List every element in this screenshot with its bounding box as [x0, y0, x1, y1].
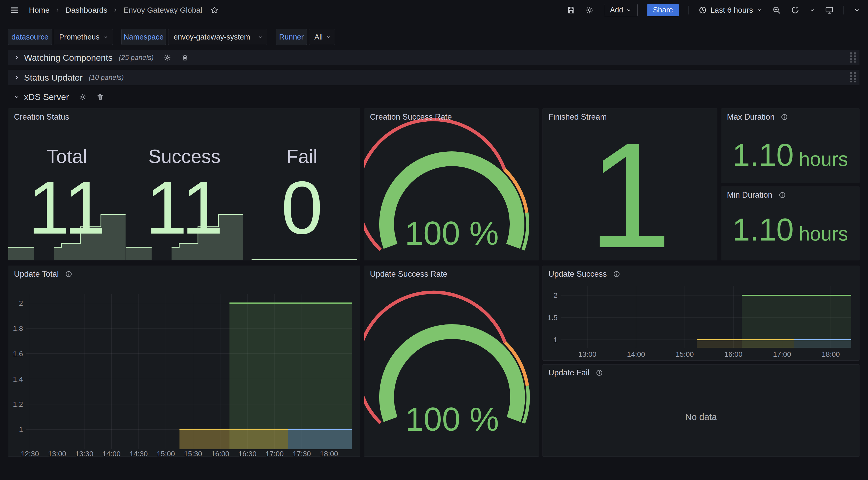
row-title: xDS Server	[24, 92, 69, 102]
svg-text:17:30: 17:30	[293, 450, 311, 456]
update-total-chart: 12:3013:0013:3014:0014:3015:0015:3016:00…	[8, 266, 360, 456]
svg-text:13:00: 13:00	[579, 350, 596, 358]
stat-value: 1.10	[733, 214, 794, 245]
refresh-icon[interactable]	[791, 6, 800, 14]
refresh-interval-chevron-icon[interactable]	[809, 7, 815, 13]
stat-unit: hours	[799, 222, 848, 245]
row-panel-count: (25 panels)	[119, 54, 154, 62]
panel-update-total[interactable]: Update Total 12:3013:0013:3014:0014:3015…	[8, 266, 361, 457]
row-delete-trash-icon[interactable]	[181, 54, 189, 61]
stat-value: 11	[8, 170, 126, 245]
stat-value: 11	[126, 170, 243, 245]
add-button-label: Add	[610, 6, 623, 14]
panel-title[interactable]: Update Fail	[549, 368, 590, 378]
var-value-text: envoy-gateway-system	[174, 33, 250, 41]
row-watching-components[interactable]: Watching Components (25 panels)	[8, 50, 860, 65]
panel-title[interactable]: Min Duration	[727, 190, 772, 200]
add-button[interactable]: Add	[604, 4, 638, 16]
stat-unit: hours	[799, 148, 848, 170]
star-icon[interactable]	[210, 6, 219, 14]
svg-text:1: 1	[19, 425, 23, 433]
breadcrumb-dashboards[interactable]: Dashboards	[66, 6, 107, 14]
no-data-message: No data	[543, 412, 859, 422]
svg-text:100 %: 100 %	[405, 215, 499, 251]
breadcrumb-current: Envoy Gateway Global	[123, 6, 202, 14]
var-label-namespace[interactable]: Namespace	[121, 29, 166, 45]
panel-title[interactable]: Finished Stream	[549, 112, 607, 122]
var-value-datasource[interactable]: Prometheus	[54, 29, 113, 45]
row-status-updater[interactable]: Status Updater (10 panels)	[8, 70, 860, 85]
stat-label: Success	[126, 147, 243, 166]
stat-value: 1.10	[733, 139, 794, 171]
collapse-nav-chevron-icon[interactable]	[854, 7, 860, 13]
time-range-label: Last 6 hours	[710, 6, 753, 14]
zoom-out-icon[interactable]	[772, 6, 781, 14]
svg-text:18:00: 18:00	[320, 450, 338, 456]
svg-text:1.4: 1.4	[13, 375, 23, 383]
divider	[688, 6, 689, 14]
panel-title[interactable]: Creation Success Rate	[370, 112, 452, 122]
var-value-runner[interactable]: All	[309, 29, 335, 45]
update-success-chart: 13:0014:0015:0016:0017:0018:0011.52	[543, 266, 859, 360]
share-button[interactable]: Share	[647, 4, 679, 16]
var-value-namespace[interactable]: envoy-gateway-system	[168, 29, 267, 45]
svg-text:15:30: 15:30	[184, 450, 202, 456]
panel-update-success-rate[interactable]: Update Success Rate 100 %	[364, 266, 539, 457]
top-nav: Home Dashboards Envoy Gateway Global	[0, 0, 868, 20]
var-label-datasource[interactable]: datasource	[8, 29, 52, 45]
panel-creation-status[interactable]: Creation Status Total 11 Success 11 Fail…	[8, 109, 361, 261]
info-icon[interactable]	[781, 113, 788, 121]
tv-kiosk-icon[interactable]	[825, 6, 834, 14]
panel-update-fail[interactable]: Update Fail No data	[542, 364, 860, 457]
row-delete-trash-icon[interactable]	[96, 93, 104, 101]
breadcrumb: Home Dashboards Envoy Gateway Global	[29, 6, 219, 14]
menu-icon[interactable]	[10, 5, 19, 15]
var-value-text: All	[314, 33, 323, 41]
panel-title[interactable]: Creation Status	[14, 112, 69, 122]
panel-creation-success-rate[interactable]: Creation Success Rate 100 %	[364, 109, 539, 261]
save-icon[interactable]	[567, 6, 576, 14]
panel-update-success[interactable]: Update Success 13:0014:0015:0016:0017:00…	[542, 266, 860, 361]
info-icon[interactable]	[65, 270, 72, 278]
svg-text:2: 2	[19, 299, 23, 307]
svg-text:16:30: 16:30	[239, 450, 256, 456]
time-range-picker[interactable]: Last 6 hours	[699, 6, 762, 14]
breadcrumb-home[interactable]: Home	[29, 6, 50, 14]
panel-title[interactable]: Update Success	[549, 269, 607, 279]
clock-icon	[699, 6, 707, 14]
info-icon[interactable]	[613, 270, 620, 278]
stat-label: Total	[8, 147, 126, 166]
panel-finished-stream[interactable]: Finished Stream 1	[542, 109, 717, 261]
stat-value-row: 1.10 hours	[721, 139, 859, 171]
info-icon[interactable]	[779, 191, 786, 199]
row-drag-handle[interactable]	[849, 71, 857, 84]
svg-text:13:30: 13:30	[75, 450, 93, 456]
chevron-down-icon	[757, 7, 762, 13]
panel-min-duration[interactable]: Min Duration 1.10 hours	[721, 186, 860, 261]
grafana-dashboard: Home Dashboards Envoy Gateway Global	[0, 0, 868, 480]
svg-text:17:00: 17:00	[266, 450, 284, 456]
svg-text:14:30: 14:30	[130, 450, 148, 456]
svg-text:18:00: 18:00	[822, 350, 840, 358]
var-label-runner[interactable]: Runner	[276, 29, 307, 45]
stat-value: 1	[543, 120, 717, 261]
svg-text:1: 1	[553, 336, 557, 344]
row-settings-gear-icon[interactable]	[79, 93, 87, 101]
chevron-down-icon	[326, 34, 331, 39]
row-drag-handle[interactable]	[849, 52, 857, 64]
panel-title[interactable]: Update Total	[14, 269, 59, 279]
stat-value-row: 1.10 hours	[721, 214, 859, 245]
panel-title[interactable]: Max Duration	[727, 112, 774, 122]
settings-gear-icon[interactable]	[585, 6, 594, 14]
row-xds-server[interactable]: xDS Server	[8, 89, 860, 104]
creation-success-rate-gauge: 100 %	[364, 109, 538, 260]
chevron-down-icon	[103, 34, 108, 39]
panel-max-duration[interactable]: Max Duration 1.10 hours	[721, 109, 860, 183]
svg-text:15:00: 15:00	[157, 450, 175, 456]
row-panel-count: (10 panels)	[89, 73, 124, 82]
row-settings-gear-icon[interactable]	[163, 54, 171, 61]
chevron-down-icon	[257, 34, 263, 39]
info-icon[interactable]	[596, 369, 603, 377]
panel-title[interactable]: Update Success Rate	[370, 269, 447, 279]
share-button-label: Share	[653, 6, 673, 14]
